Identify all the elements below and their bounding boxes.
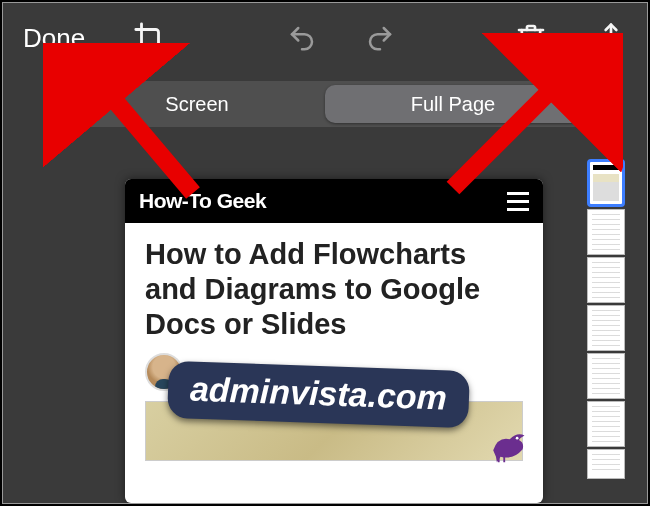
thumbnail-page[interactable]	[587, 209, 625, 255]
thumbnail-page[interactable]	[587, 449, 625, 479]
undo-icon[interactable]	[287, 23, 317, 53]
author-avatar	[145, 353, 183, 391]
crop-icon[interactable]	[133, 21, 167, 55]
editor-canvas: How-To Geek How to Add Flowcharts and Di…	[3, 137, 647, 503]
hamburger-icon[interactable]	[507, 192, 529, 211]
thumbnail-page[interactable]	[587, 353, 625, 399]
page-preview[interactable]: How-To Geek How to Add Flowcharts and Di…	[125, 179, 543, 503]
segment-full-page[interactable]: Full Page	[325, 85, 581, 123]
segment-screen[interactable]: Screen	[69, 85, 325, 123]
markup-toolbar: Done	[3, 3, 647, 73]
view-mode-segmented: Screen Full Page	[65, 81, 585, 127]
article-hero-image	[145, 401, 523, 461]
article-title: How to Add Flowcharts and Diagrams to Go…	[145, 237, 523, 341]
thumbnail-page[interactable]	[587, 257, 625, 303]
svg-point-1	[516, 437, 519, 440]
thumbnail-page[interactable]	[587, 401, 625, 447]
redo-icon[interactable]	[365, 23, 395, 53]
thumbnail-page[interactable]	[587, 305, 625, 351]
site-header: How-To Geek	[125, 179, 543, 223]
thumbnail-selected[interactable]	[587, 159, 625, 207]
trash-icon[interactable]	[515, 22, 547, 54]
page-thumbnails[interactable]	[587, 159, 625, 499]
done-button[interactable]: Done	[23, 23, 85, 54]
share-icon[interactable]	[595, 22, 627, 54]
bird-icon	[484, 418, 530, 464]
site-title: How-To Geek	[139, 189, 266, 213]
